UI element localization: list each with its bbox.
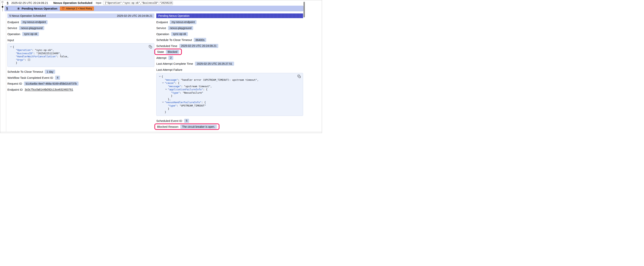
field-value-badge: sync-op-ok [171, 32, 188, 36]
attempt-retry-label: Attempt 2 • Next Retry [66, 7, 92, 10]
chevron-spacer [165, 107, 168, 110]
collapse-chevron-icon[interactable] [162, 101, 165, 103]
chevron-spacer [165, 85, 168, 87]
field-value-badge: 86400s [194, 38, 206, 42]
pending-operation-title: Pending Nexus Operation [22, 7, 57, 10]
timeline-rail [1, 1, 4, 12]
vertical-scrollbar[interactable] [303, 1, 305, 132]
collapse-chevron-icon[interactable] [10, 46, 13, 48]
pending-event-id-link[interactable]: 5 [6, 7, 8, 10]
code-line: { [158, 75, 294, 78]
json-code: {"message": "handler error (UPSTREAM_TIM… [158, 75, 294, 114]
scheduled-event-header-timestamp: 2025-02-25 UTC 20:24:09.21 [117, 14, 152, 17]
field-label: Schedule To Close Timeout [156, 38, 192, 42]
field-label: Endpoint [156, 21, 168, 24]
field-value-badge: nexus-playground [168, 26, 193, 30]
field-label: Service [156, 26, 166, 30]
code-line: "applicationFailureInfo": { [158, 88, 294, 91]
chevron-spacer [162, 111, 165, 113]
retry-icon [62, 7, 64, 10]
field-label: Workflow Task Completed Event ID [8, 76, 53, 79]
chevron-spacer [168, 94, 171, 97]
copy-button[interactable] [149, 45, 152, 49]
field-row-operation: Operation sync-op-ok [156, 31, 303, 37]
code-line: "message": "upstream timeout", [158, 85, 294, 88]
code-line: "BusinessID": "20250225122409", [9, 52, 146, 55]
field-value-badge: my-nexus-endpoint [170, 20, 196, 24]
blocked-reason-badge: The circuit breaker is open. [180, 125, 217, 129]
field-label: Scheduled Event ID [156, 119, 182, 122]
event-timestamp: 2025-02-25 UTC 20:24:09.21 [11, 1, 48, 5]
last-attempt-failure-label: Last Attempt Failure [156, 68, 303, 72]
field-value-badge: b1c6a4bc-8ee7-468a-9169-df3b02c8737b [24, 82, 78, 86]
copy-button[interactable] [298, 75, 301, 78]
chevron-spacer [13, 52, 16, 54]
field-label: Service [8, 26, 17, 30]
event-input-label: Input [96, 2, 101, 4]
code-line: "nexusHandlerFailureInfo": { [158, 101, 294, 104]
field-row-schedule-to-close-timeout: Schedule To Close Timeout 1 day [8, 69, 154, 75]
field-row-operation: Operation sync-op-ok [8, 31, 154, 37]
field-value-badge: my-nexus-endpoint [21, 20, 48, 24]
input-section-label: Input [8, 39, 154, 42]
event-row-nexus-operation-scheduled[interactable]: 5 2025-02-25 UTC 20:24:09.21 Nexus Opera… [0, 0, 322, 6]
pending-operation-header: Pending Nexus Operation [156, 14, 303, 18]
field-row-workflow-task-completed-event-id: Workflow Task Completed Event ID 4 [8, 75, 154, 81]
code-line: "HandlerWaitForCancellation": false, [9, 55, 146, 58]
code-line: } [158, 94, 294, 98]
field-row-schedule-to-close-timeout: Schedule To Close Timeout 86400s [156, 37, 303, 43]
field-label: Last Attempt Complete Time [156, 62, 193, 65]
field-row-blocked-reason: Blocked Reason The circuit breaker is op… [156, 124, 303, 130]
pending-asterisk-icon [17, 7, 20, 10]
chevron-spacer [13, 58, 16, 61]
code-line: "type": "UPSTREAM_TIMEOUT" [158, 104, 294, 107]
code-line: } [9, 61, 146, 65]
field-row-service: Service nexus-playground [8, 25, 154, 31]
pending-operation-header-title: Pending Nexus Operation [158, 14, 190, 17]
code-line: } [158, 107, 294, 111]
annotation-highlight-state: State Blocked [154, 49, 182, 55]
attempt-retry-badge: Attempt 2 • Next Retry [60, 7, 94, 11]
field-label: Attempt [156, 56, 166, 60]
timeline-point-icon [2, 6, 3, 8]
endpoint-id-link[interactable]: 3c0c75ccfa8144b092c13ce632463761 [24, 88, 73, 91]
chevron-spacer [13, 61, 16, 64]
collapse-chevron-icon[interactable] [159, 75, 162, 77]
field-label: Operation [8, 32, 20, 36]
scheduled-event-header-title: 5 Nexus Operation Scheduled [9, 14, 46, 17]
chevron-spacer [162, 78, 165, 81]
chevron-spacer [165, 104, 168, 107]
chevron-spacer [165, 98, 168, 100]
field-row-endpoint-id: Endpoint ID 3c0c75ccfa8144b092c13ce63246… [8, 87, 154, 93]
chevron-spacer [13, 55, 16, 57]
collapse-chevron-icon[interactable] [162, 82, 165, 84]
scrollbar-thumb[interactable] [304, 2, 305, 17]
code-line: "Args": [] [9, 58, 146, 62]
field-row-endpoint: Endpoint my-nexus-endpoint [8, 19, 154, 25]
field-label: Operation [156, 32, 169, 36]
field-value-badge: 5 [184, 119, 189, 123]
pending-nexus-operation-row[interactable]: 5 Pending Nexus Operation Attempt 2 • Ne… [4, 6, 304, 11]
chevron-spacer [13, 49, 16, 51]
state-badge: Blocked [166, 50, 179, 54]
collapse-chevron-icon[interactable] [165, 88, 168, 90]
field-value-badge: nexus-playground [19, 26, 44, 30]
field-value-badge: 2025-02-25 UTC 20:24:09.21 [179, 44, 218, 48]
field-row-scheduled-time: Scheduled Time 2025-02-25 UTC 20:24:09.2… [156, 43, 303, 49]
field-row-service: Service nexus-playground [156, 25, 303, 31]
code-line: "message": "handler error (UPSTREAM_TIME… [158, 78, 294, 82]
event-input-preview[interactable]: {"Operation":"sync-op-ok","BusinessID":"… [103, 1, 173, 5]
window-bottom-border [0, 132, 322, 132]
code-line: }, [158, 98, 294, 101]
pending-operation-detail-panel: Pending Nexus Operation Endpoint my-nexu… [156, 14, 303, 132]
code-line: { [9, 46, 146, 49]
code-line: "cause": { [158, 82, 294, 85]
field-value-badge: 1 day [45, 70, 55, 74]
field-label: State [157, 50, 164, 54]
field-value-badge: 2025-02-25 UTC 20:25:27.51 [195, 62, 234, 66]
field-label: Scheduled Time [156, 44, 177, 48]
code-line: } [158, 111, 294, 114]
field-row-state: State Blocked [156, 49, 303, 55]
field-label: Blocked Reason [157, 125, 178, 128]
event-id-link[interactable]: 5 [7, 1, 8, 5]
